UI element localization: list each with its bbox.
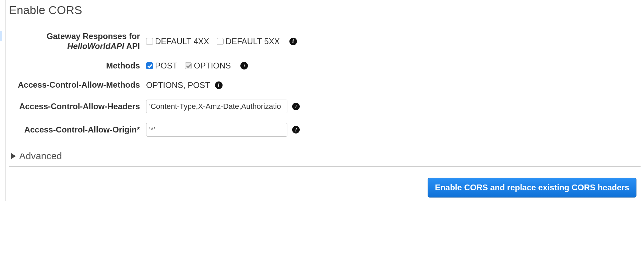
advanced-toggle[interactable]: Advanced	[9, 148, 641, 166]
advanced-label: Advanced	[19, 151, 62, 162]
checkbox-default-5xx-wrap[interactable]: DEFAULT 5XX	[217, 37, 280, 46]
allow-methods-value: OPTIONS, POST	[146, 80, 210, 90]
label-gateway-responses: Gateway Responses for HelloWorldAPI API	[9, 31, 146, 51]
info-icon[interactable]: i	[292, 103, 300, 110]
value-allow-headers: i	[146, 100, 300, 113]
action-row: Enable CORS and replace existing CORS he…	[9, 167, 641, 198]
info-icon[interactable]: i	[240, 62, 248, 69]
label-allow-headers: Access-Control-Allow-Headers	[9, 102, 146, 112]
checkbox-default-5xx-label: DEFAULT 5XX	[226, 37, 280, 46]
cors-panel: Enable CORS Gateway Responses for HelloW…	[5, 0, 644, 201]
page-title: Enable CORS	[9, 3, 641, 21]
checkbox-options-wrap: OPTIONS	[185, 61, 231, 71]
value-gateway-responses: DEFAULT 4XX DEFAULT 5XX i	[146, 37, 297, 46]
value-methods: POST OPTIONS i	[146, 61, 248, 71]
checkbox-post-label: POST	[155, 61, 177, 71]
left-accent-bar	[0, 31, 2, 41]
row-methods: Methods POST OPTIONS i	[9, 61, 641, 71]
chevron-right-icon	[11, 153, 16, 159]
row-allow-origin: Access-Control-Allow-Origin* i	[9, 123, 641, 137]
label-allow-origin: Access-Control-Allow-Origin*	[9, 125, 146, 135]
label-line1: Gateway Responses for	[47, 31, 140, 41]
row-gateway-responses: Gateway Responses for HelloWorldAPI API …	[9, 31, 641, 51]
checkbox-default-4xx-label: DEFAULT 4XX	[155, 37, 209, 46]
label-line2-suffix: API	[124, 41, 140, 51]
checkbox-default-5xx[interactable]	[217, 38, 224, 45]
label-methods: Methods	[9, 61, 146, 71]
info-icon[interactable]: i	[215, 81, 223, 89]
info-icon[interactable]: i	[289, 38, 297, 45]
checkbox-options	[185, 62, 192, 69]
value-allow-methods: OPTIONS, POST i	[146, 80, 223, 90]
value-allow-origin: i	[146, 123, 300, 137]
input-allow-origin[interactable]	[146, 123, 287, 137]
label-allow-methods: Access-Control-Allow-Methods	[9, 80, 146, 90]
row-allow-headers: Access-Control-Allow-Headers i	[9, 100, 641, 113]
checkbox-options-label: OPTIONS	[194, 61, 231, 71]
info-icon[interactable]: i	[292, 126, 300, 134]
checkbox-default-4xx-wrap[interactable]: DEFAULT 4XX	[146, 37, 209, 46]
checkbox-post[interactable]	[146, 62, 153, 69]
row-allow-methods: Access-Control-Allow-Methods OPTIONS, PO…	[9, 80, 641, 90]
checkbox-default-4xx[interactable]	[146, 38, 153, 45]
enable-cors-button[interactable]: Enable CORS and replace existing CORS he…	[428, 178, 636, 198]
api-name: HelloWorldAPI	[67, 41, 124, 51]
form-area: Gateway Responses for HelloWorldAPI API …	[9, 21, 641, 148]
checkbox-post-wrap[interactable]: POST	[146, 61, 177, 71]
input-allow-headers[interactable]	[146, 100, 287, 113]
